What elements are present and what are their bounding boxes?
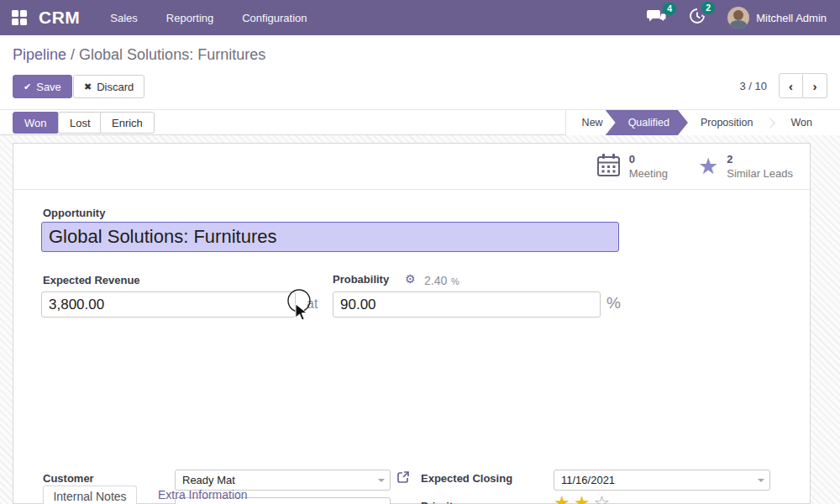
breadcrumb: Pipeline / Global Solutions: Furnitures xyxy=(13,46,265,64)
expected-closing-label: Expected Closing xyxy=(421,472,512,485)
card-top-strip: 0 Meeting ★ 2 Similar Leads xyxy=(13,144,810,190)
at-label: at xyxy=(307,297,318,312)
breadcrumb-pipeline-link[interactable]: Pipeline xyxy=(13,46,66,63)
stage-qualified-active[interactable]: Qualified xyxy=(606,110,688,135)
enrich-button[interactable]: Enrich xyxy=(100,112,155,134)
breadcrumb-current: Global Solutions: Furnitures xyxy=(79,46,265,63)
user-name: Mitchell Admin xyxy=(756,12,827,24)
chevron-down-icon xyxy=(378,479,385,482)
probability-input[interactable] xyxy=(333,291,601,318)
activities-badge: 2 xyxy=(701,2,715,14)
messages-badge: 4 xyxy=(663,3,676,15)
activities-button[interactable]: 2 xyxy=(689,8,706,28)
chevron-right-icon: › xyxy=(813,79,817,93)
chevron-left-icon: ‹ xyxy=(789,79,793,93)
breadcrumb-separator: / xyxy=(66,46,79,63)
lost-button[interactable]: Lost xyxy=(58,112,102,134)
won-button[interactable]: Won xyxy=(13,112,59,134)
menu-reporting[interactable]: Reporting xyxy=(166,12,213,24)
stage-bar: New Qualified Proposition Won xyxy=(565,110,840,135)
notebook-tabs: Internal Notes Extra Information xyxy=(13,486,810,504)
menu-configuration[interactable]: Configuration xyxy=(242,12,307,24)
save-button[interactable]: ✔ Save xyxy=(13,75,72,98)
opportunity-form-card: 0 Meeting ★ 2 Similar Leads Opportunity … xyxy=(13,143,811,504)
menu-sales[interactable]: Sales xyxy=(110,12,138,24)
messages-button[interactable]: 4 xyxy=(647,8,667,28)
top-navbar: CRM Sales Reporting Configuration 4 2 Mi… xyxy=(0,0,840,35)
statusbar: Won Lost Enrich New Qualified Propositio… xyxy=(0,109,840,135)
pager-previous-button[interactable]: ‹ xyxy=(779,73,803,98)
discard-button[interactable]: ✖ Discard xyxy=(73,75,144,98)
star-icon: ★ xyxy=(698,155,718,178)
meeting-count: 0 xyxy=(629,153,668,166)
opportunity-label: Opportunity xyxy=(43,207,105,219)
content-area: 0 Meeting ★ 2 Similar Leads Opportunity … xyxy=(0,135,840,504)
probability-label: Probability xyxy=(333,273,389,286)
expected-revenue-input[interactable] xyxy=(41,291,296,318)
probability-auto-percent-sign: % xyxy=(451,276,459,286)
probability-percent-sign: % xyxy=(606,294,621,312)
opportunity-title-input[interactable] xyxy=(41,222,619,252)
similar-leads-label: Similar Leads xyxy=(727,167,793,181)
app-title[interactable]: CRM xyxy=(39,8,80,28)
tab-extra-information[interactable]: Extra Information xyxy=(148,488,258,501)
gear-icon[interactable]: ⚙ xyxy=(405,272,416,286)
form-body: Opportunity Expected Revenue at Probabil… xyxy=(13,190,810,504)
stage-proposition[interactable]: Proposition xyxy=(685,110,769,135)
customer-label: Customer xyxy=(43,472,94,485)
similar-leads-stat-button[interactable]: ★ 2 Similar Leads xyxy=(683,144,808,190)
customer-external-link-icon[interactable] xyxy=(396,470,410,484)
chevron-down-icon xyxy=(758,479,764,482)
probability-auto-value: 2.40 xyxy=(424,274,447,287)
meeting-stat-button[interactable]: 0 Meeting xyxy=(581,144,683,190)
expected-revenue-label: Expected Revenue xyxy=(43,274,140,286)
similar-leads-count: 2 xyxy=(727,153,793,166)
action-button-row: ✔ Save ✖ Discard 3 / 10 ‹ › xyxy=(0,73,840,100)
calendar-icon xyxy=(596,153,621,181)
user-menu[interactable]: Mitchell Admin xyxy=(727,7,827,29)
pager-next-button[interactable]: › xyxy=(803,73,827,98)
control-panel: Pipeline / Global Solutions: Furnitures … xyxy=(0,35,840,135)
user-avatar xyxy=(727,7,749,29)
apps-menu-icon[interactable] xyxy=(12,10,27,25)
check-icon: ✔ xyxy=(24,81,31,92)
stage-won[interactable]: Won xyxy=(775,110,828,135)
tab-internal-notes[interactable]: Internal Notes xyxy=(43,486,137,504)
meeting-label: Meeting xyxy=(629,167,668,181)
record-pager: 3 / 10 ‹ › xyxy=(739,73,827,98)
close-icon: ✖ xyxy=(84,81,92,92)
pager-count: 3 / 10 xyxy=(739,80,767,92)
